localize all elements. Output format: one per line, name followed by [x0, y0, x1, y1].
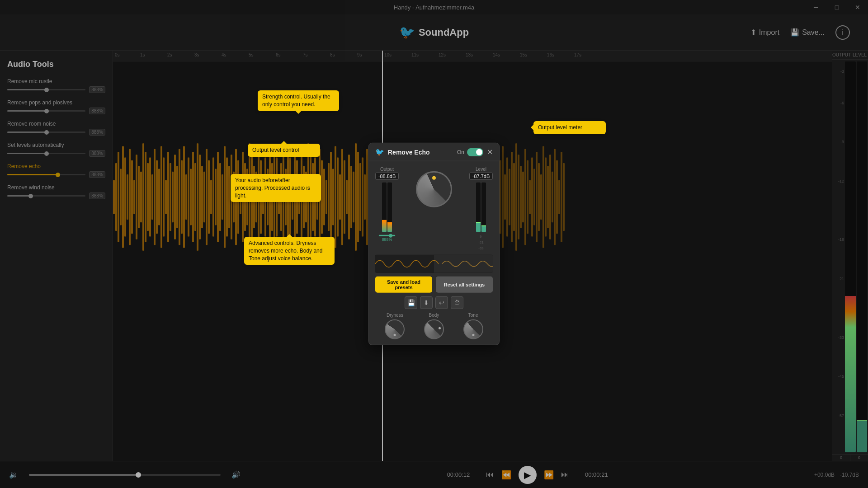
body-knob[interactable]: [424, 319, 444, 339]
advanced-knobs-row: Dryness Body Tone: [375, 313, 493, 339]
level-scale-marks: -9 -21 -33: [478, 234, 484, 251]
dryness-group: Dryness: [385, 313, 405, 339]
save-icon-btn[interactable]: 💾: [405, 296, 417, 309]
main-knob-area: [402, 167, 466, 212]
body-label: Body: [429, 313, 439, 318]
level-col-label: Level: [476, 167, 486, 172]
level-meter-r-fill: [481, 226, 486, 232]
modal-overlay[interactable]: 🐦 Remove Echo On ✕ Output -88.8dB: [0, 0, 868, 488]
tone-knob[interactable]: [463, 319, 483, 339]
main-knob[interactable]: [416, 171, 452, 207]
toggle-label: On: [457, 149, 464, 155]
output-level-controls: 888%: [379, 235, 395, 242]
output-level-meter-tooltip: Output level meter: [533, 121, 606, 134]
level-meter-r: [481, 183, 486, 232]
output-value: -88.8dB: [375, 173, 399, 180]
knob-section: Output -88.8dB: [375, 167, 493, 251]
download-icon-btn[interactable]: ⬇: [420, 296, 433, 309]
modal-header: 🐦 Remove Echo On ✕: [369, 143, 499, 161]
output-meter-l-fill: [382, 220, 387, 232]
modal-title-area: 🐦 Remove Echo: [375, 148, 430, 156]
mini-waveform-svg: [375, 255, 493, 273]
advanced-tooltip: Advanced controls. Dryness removes more …: [244, 237, 335, 265]
output-level-thumb: [389, 234, 392, 237]
output-column: Output -88.8dB: [375, 167, 399, 242]
undo-icon-btn[interactable]: ↩: [435, 296, 448, 309]
modal-action-row: Save and load presets Reset all settings: [375, 277, 493, 293]
output-meters-dual: [382, 183, 392, 232]
level-peak-r: [481, 225, 486, 226]
output-level-control-tooltip: Output level control: [248, 144, 320, 157]
remove-echo-modal: 🐦 Remove Echo On ✕ Output -88.8dB: [368, 143, 500, 345]
modal-close-button[interactable]: ✕: [487, 148, 493, 156]
icon-btn-row: 💾 ⬇ ↩ ⏱: [375, 296, 493, 309]
modal-bird-icon: 🐦: [375, 148, 384, 156]
output-meter-r: [387, 183, 392, 232]
level-meter-l: [476, 183, 481, 232]
before-after-tooltip: Your audio before/after processing. Proc…: [231, 174, 321, 202]
reset-button[interactable]: Reset all settings: [436, 277, 493, 293]
body-group: Body: [424, 313, 444, 339]
modal-header-right: On ✕: [457, 148, 493, 156]
output-level-slider[interactable]: [379, 235, 395, 236]
waveform-mini: [375, 255, 493, 273]
presets-button[interactable]: Save and load presets: [375, 277, 432, 293]
output-meter-r-fill: [387, 222, 392, 232]
dryness-label: Dryness: [387, 313, 403, 318]
body-knob-dot: [439, 327, 441, 329]
dryness-knob[interactable]: [385, 319, 405, 339]
output-meter-l: [382, 183, 387, 232]
strength-tooltip: Strength control. Usually the only contr…: [258, 90, 339, 111]
level-peak-l: [476, 222, 481, 223]
level-meter-l-fill: [476, 223, 481, 232]
tone-group: Tone: [463, 313, 483, 339]
output-level-value: 888%: [379, 237, 395, 242]
toggle-switch[interactable]: [467, 148, 483, 156]
modal-title: Remove Echo: [388, 148, 430, 155]
level-column: Level -87.7dB -9: [469, 167, 493, 251]
level-value: -87.7dB: [469, 173, 493, 180]
tone-label: Tone: [468, 313, 478, 318]
toggle-thumb: [476, 149, 482, 155]
dryness-knob-dot: [394, 334, 396, 336]
output-col-label: Output: [380, 167, 394, 172]
modal-toggle[interactable]: On: [457, 148, 483, 156]
timer-icon-btn[interactable]: ⏱: [451, 296, 463, 309]
level-meters-dual: [476, 183, 486, 232]
svg-rect-203: [434, 255, 493, 273]
tone-knob-dot: [472, 334, 474, 336]
modal-body: Output -88.8dB: [369, 161, 499, 345]
knob-indicator: [432, 176, 436, 180]
